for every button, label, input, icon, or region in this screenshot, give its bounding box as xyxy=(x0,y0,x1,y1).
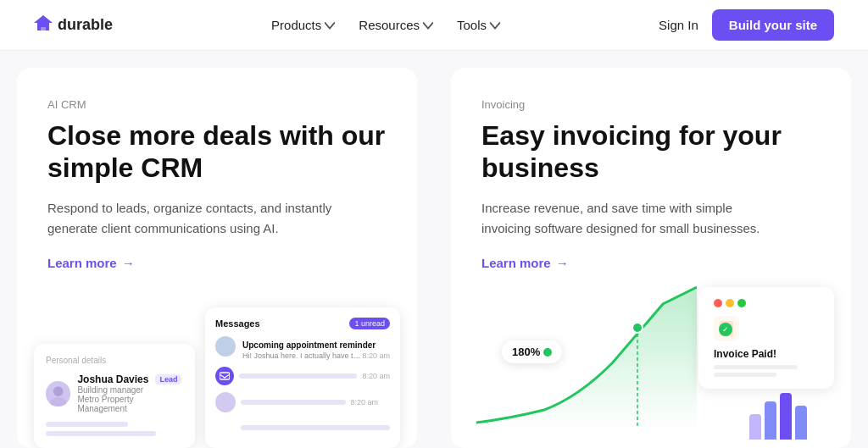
message-name-1: Upcoming appointment reminder xyxy=(242,340,376,350)
build-site-button[interactable]: Build your site xyxy=(712,9,834,41)
messages-title: Messages xyxy=(215,318,260,329)
invoice-learn-more[interactable]: Learn more → xyxy=(481,256,569,270)
invoice-title: Easy invoicing for your business xyxy=(481,119,821,185)
invoice-paid-card: ✓ Invoice Paid! xyxy=(698,287,834,389)
bar-col-3 xyxy=(780,393,792,440)
message-avatar-3 xyxy=(215,392,236,412)
personal-details-label: Personal details xyxy=(46,356,183,365)
message-circle-icon xyxy=(215,367,234,385)
main-content: AI CRM Close more deals with our simple … xyxy=(0,51,868,448)
bar-col-4 xyxy=(795,406,807,440)
chevron-down-icon xyxy=(490,20,500,30)
contact-role: Building manager xyxy=(77,385,183,395)
dot-green xyxy=(737,299,746,307)
dot-yellow xyxy=(726,299,734,307)
svg-point-1 xyxy=(50,396,67,406)
pct-badge: 180% xyxy=(502,340,562,363)
message-row-3: 8:20 am xyxy=(215,392,390,412)
contact-badge: Lead xyxy=(155,374,181,384)
message-icon-row: 8:20 am xyxy=(215,367,390,385)
paid-bar-1 xyxy=(714,365,798,369)
message-avatar-1 xyxy=(215,336,236,357)
message-row-4 xyxy=(215,418,390,438)
nav-resources-label: Resources xyxy=(359,18,420,32)
crm-bar-2 xyxy=(46,431,156,436)
message-time-3: 8:20 am xyxy=(351,398,379,407)
nav-tools[interactable]: Tools xyxy=(457,18,500,32)
paid-bar-2 xyxy=(714,373,776,377)
logo-icon xyxy=(34,15,53,35)
message-item-1: Upcoming appointment reminder 8:20 am Hi… xyxy=(215,336,390,360)
signin-button[interactable]: Sign In xyxy=(659,18,698,32)
crm-title: Close more deals with our simple CRM xyxy=(47,119,387,185)
crm-learn-more[interactable]: Learn more → xyxy=(47,256,135,270)
pct-label: 180% xyxy=(512,346,540,358)
green-dot xyxy=(543,348,552,357)
chevron-down-icon xyxy=(423,20,433,30)
message-bar-4 xyxy=(241,425,390,430)
crm-illustration: Personal details Joshua Davies Lead Buil… xyxy=(34,279,400,448)
crm-contact: Joshua Davies Lead Building manager Metr… xyxy=(46,373,183,413)
message-text-1: Hi! Joshua here. I actually have to resc… xyxy=(242,351,362,360)
crm-bar-1 xyxy=(46,422,128,427)
crm-card: AI CRM Close more deals with our simple … xyxy=(17,68,417,448)
nav-products[interactable]: Products xyxy=(271,18,335,32)
crm-messages-card: Messages 1 unread Upcoming appointment r… xyxy=(205,307,400,448)
invoice-bar-chart xyxy=(749,389,834,440)
message-bar-short xyxy=(241,400,346,405)
nav-products-label: Products xyxy=(271,18,321,32)
contact-avatar xyxy=(46,381,70,407)
nav-actions: Sign In Build your site xyxy=(659,9,834,41)
logo-text: durable xyxy=(58,16,113,34)
bar-col-2 xyxy=(765,401,776,440)
dot-red xyxy=(714,299,722,307)
invoice-category: Invoicing xyxy=(481,98,821,111)
crm-personal-card: Personal details Joshua Davies Lead Buil… xyxy=(34,344,195,448)
messages-badge: 1 unread xyxy=(349,318,390,329)
invoice-card: Invoicing Easy invoicing for your busine… xyxy=(451,68,851,448)
svg-rect-2 xyxy=(220,373,230,379)
message-bar xyxy=(239,373,357,379)
contact-company: Metro Property Management xyxy=(77,395,183,413)
contact-name: Joshua Davies xyxy=(77,373,148,385)
invoice-illustration: 180% ✓ Invoice Paid! xyxy=(451,270,851,448)
svg-point-3 xyxy=(632,323,643,333)
paid-label: Invoice Paid! xyxy=(714,348,819,360)
svg-point-0 xyxy=(53,386,64,396)
paid-check-icon: ✓ xyxy=(719,323,732,336)
crm-category: AI CRM xyxy=(47,98,387,111)
bar-col-1 xyxy=(749,414,761,440)
logo[interactable]: durable xyxy=(34,15,113,35)
nav-resources[interactable]: Resources xyxy=(359,18,433,32)
invoice-description: Increase revenue, and save time with sim… xyxy=(481,198,770,239)
crm-description: Respond to leads, organize contacts, and… xyxy=(47,198,336,239)
message-time-1: 8:20 am xyxy=(362,351,390,360)
message-time-2: 8:20 am xyxy=(362,372,390,380)
messages-header: Messages 1 unread xyxy=(215,318,390,329)
crm-bars xyxy=(46,422,183,436)
window-dots xyxy=(714,299,819,307)
nav-links: Products Resources Tools xyxy=(271,18,500,32)
chevron-down-icon xyxy=(325,20,335,30)
nav-tools-label: Tools xyxy=(457,18,487,32)
navigation: durable Products Resources Tools Sign In… xyxy=(0,0,868,51)
